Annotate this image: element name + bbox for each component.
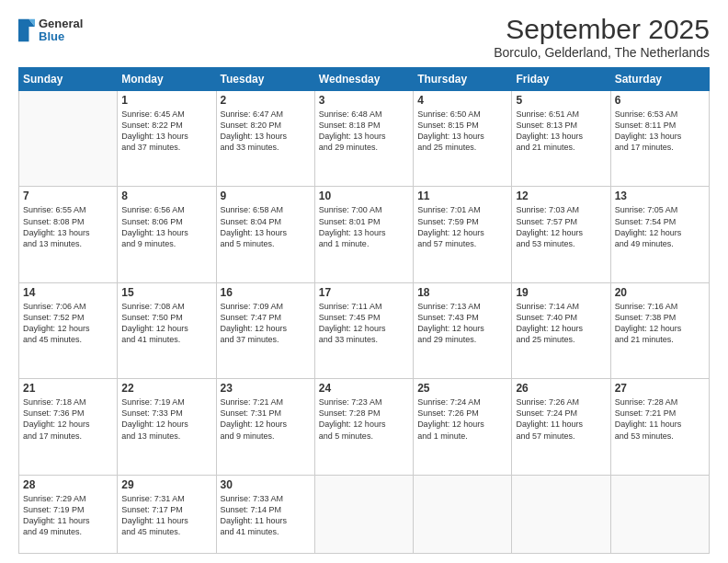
logo-icon — [18, 17, 35, 43]
page: General Blue September 2025 Borculo, Gel… — [0, 0, 728, 563]
cell-details: Sunrise: 7:05 AM Sunset: 7:54 PM Dayligh… — [615, 204, 705, 249]
day-number: 11 — [417, 190, 507, 202]
cell-details: Sunrise: 6:45 AM Sunset: 8:22 PM Dayligh… — [121, 109, 211, 154]
header: General Blue September 2025 Borculo, Gel… — [18, 14, 710, 60]
day-number: 4 — [417, 94, 507, 107]
calendar-cell: 25Sunrise: 7:24 AM Sunset: 7:26 PM Dayli… — [414, 379, 512, 475]
day-number: 28 — [23, 478, 113, 491]
cell-details: Sunrise: 7:33 AM Sunset: 7:14 PM Dayligh… — [221, 493, 311, 538]
col-header-wednesday: Wednesday — [314, 68, 413, 91]
cell-details: Sunrise: 7:18 AM Sunset: 7:36 PM Dayligh… — [23, 396, 113, 442]
cell-details: Sunrise: 6:51 AM Sunset: 8:13 PM Dayligh… — [516, 109, 606, 154]
day-number: 25 — [417, 382, 507, 395]
calendar-cell — [610, 475, 709, 553]
cell-details: Sunrise: 7:21 AM Sunset: 7:31 PM Dayligh… — [221, 396, 311, 442]
cell-details: Sunrise: 7:03 AM Sunset: 7:57 PM Dayligh… — [516, 204, 606, 249]
calendar-cell: 22Sunrise: 7:19 AM Sunset: 7:33 PM Dayli… — [118, 379, 216, 475]
calendar-cell: 17Sunrise: 7:11 AM Sunset: 7:45 PM Dayli… — [314, 282, 413, 378]
calendar-cell — [314, 475, 413, 553]
day-number: 6 — [615, 94, 705, 107]
day-number: 7 — [23, 190, 113, 202]
day-number: 2 — [221, 94, 311, 107]
cell-details: Sunrise: 7:14 AM Sunset: 7:40 PM Dayligh… — [516, 301, 606, 346]
day-number: 16 — [221, 286, 311, 299]
cell-details: Sunrise: 7:23 AM Sunset: 7:28 PM Dayligh… — [319, 396, 409, 442]
calendar-cell: 4Sunrise: 6:50 AM Sunset: 8:15 PM Daylig… — [414, 91, 512, 187]
cell-details: Sunrise: 6:47 AM Sunset: 8:20 PM Dayligh… — [221, 109, 311, 154]
calendar-cell: 5Sunrise: 6:51 AM Sunset: 8:13 PM Daylig… — [512, 91, 610, 187]
cell-details: Sunrise: 7:09 AM Sunset: 7:47 PM Dayligh… — [221, 301, 311, 346]
day-number: 5 — [516, 94, 606, 107]
cell-details: Sunrise: 7:26 AM Sunset: 7:24 PM Dayligh… — [516, 396, 606, 442]
day-number: 1 — [121, 94, 211, 107]
calendar-cell: 21Sunrise: 7:18 AM Sunset: 7:36 PM Dayli… — [19, 379, 118, 475]
cell-details: Sunrise: 7:31 AM Sunset: 7:17 PM Dayligh… — [121, 493, 211, 538]
col-header-sunday: Sunday — [19, 68, 118, 91]
week-row: 14Sunrise: 7:06 AM Sunset: 7:52 PM Dayli… — [19, 282, 710, 378]
day-number: 13 — [615, 190, 705, 202]
calendar-cell — [512, 475, 610, 553]
col-header-saturday: Saturday — [610, 68, 709, 91]
calendar-cell: 16Sunrise: 7:09 AM Sunset: 7:47 PM Dayli… — [216, 282, 314, 378]
cell-details: Sunrise: 7:08 AM Sunset: 7:50 PM Dayligh… — [121, 301, 211, 346]
col-header-tuesday: Tuesday — [216, 68, 314, 91]
col-header-friday: Friday — [512, 68, 610, 91]
day-number: 3 — [319, 94, 409, 107]
header-row: SundayMondayTuesdayWednesdayThursdayFrid… — [19, 68, 710, 91]
cell-details: Sunrise: 7:06 AM Sunset: 7:52 PM Dayligh… — [23, 301, 113, 346]
cell-details: Sunrise: 6:48 AM Sunset: 8:18 PM Dayligh… — [319, 109, 409, 154]
day-number: 19 — [516, 286, 606, 299]
calendar-cell: 20Sunrise: 7:16 AM Sunset: 7:38 PM Dayli… — [610, 282, 709, 378]
week-row: 28Sunrise: 7:29 AM Sunset: 7:19 PM Dayli… — [19, 475, 710, 553]
day-number: 14 — [23, 286, 113, 299]
week-row: 1Sunrise: 6:45 AM Sunset: 8:22 PM Daylig… — [19, 91, 710, 187]
day-number: 23 — [221, 382, 311, 395]
week-row: 21Sunrise: 7:18 AM Sunset: 7:36 PM Dayli… — [19, 379, 710, 475]
cell-details: Sunrise: 7:28 AM Sunset: 7:21 PM Dayligh… — [615, 396, 705, 442]
day-number: 24 — [319, 382, 409, 395]
logo-text: General Blue — [39, 17, 83, 44]
day-number: 20 — [615, 286, 705, 299]
cell-details: Sunrise: 6:50 AM Sunset: 8:15 PM Dayligh… — [417, 109, 507, 154]
calendar-cell: 2Sunrise: 6:47 AM Sunset: 8:20 PM Daylig… — [216, 91, 314, 187]
day-number: 17 — [319, 286, 409, 299]
cell-details: Sunrise: 7:01 AM Sunset: 7:59 PM Dayligh… — [417, 204, 507, 249]
cell-details: Sunrise: 6:56 AM Sunset: 8:06 PM Dayligh… — [121, 204, 211, 249]
day-number: 27 — [615, 382, 705, 395]
calendar-cell: 29Sunrise: 7:31 AM Sunset: 7:17 PM Dayli… — [118, 475, 216, 553]
calendar-cell: 14Sunrise: 7:06 AM Sunset: 7:52 PM Dayli… — [19, 282, 118, 378]
logo-blue: Blue — [39, 30, 83, 43]
cell-details: Sunrise: 7:24 AM Sunset: 7:26 PM Dayligh… — [417, 396, 507, 442]
cell-details: Sunrise: 6:53 AM Sunset: 8:11 PM Dayligh… — [615, 109, 705, 154]
col-header-thursday: Thursday — [414, 68, 512, 91]
day-number: 9 — [221, 190, 311, 202]
logo-general: General — [39, 17, 83, 30]
calendar-cell: 19Sunrise: 7:14 AM Sunset: 7:40 PM Dayli… — [512, 282, 610, 378]
calendar-table: SundayMondayTuesdayWednesdayThursdayFrid… — [18, 67, 710, 554]
calendar-cell: 9Sunrise: 6:58 AM Sunset: 8:04 PM Daylig… — [216, 187, 314, 282]
cell-details: Sunrise: 7:29 AM Sunset: 7:19 PM Dayligh… — [23, 493, 113, 538]
week-row: 7Sunrise: 6:55 AM Sunset: 8:08 PM Daylig… — [19, 187, 710, 282]
calendar-cell: 1Sunrise: 6:45 AM Sunset: 8:22 PM Daylig… — [118, 91, 216, 187]
calendar-title: September 2025 — [494, 14, 710, 45]
col-header-monday: Monday — [118, 68, 216, 91]
logo: General Blue — [18, 17, 83, 44]
day-number: 12 — [516, 190, 606, 202]
day-number: 30 — [221, 478, 311, 491]
day-number: 22 — [121, 382, 211, 395]
cell-details: Sunrise: 7:16 AM Sunset: 7:38 PM Dayligh… — [615, 301, 705, 346]
day-number: 29 — [121, 478, 211, 491]
day-number: 26 — [516, 382, 606, 395]
calendar-cell — [414, 475, 512, 553]
calendar-cell: 30Sunrise: 7:33 AM Sunset: 7:14 PM Dayli… — [216, 475, 314, 553]
calendar-cell: 10Sunrise: 7:00 AM Sunset: 8:01 PM Dayli… — [314, 187, 413, 282]
calendar-cell: 28Sunrise: 7:29 AM Sunset: 7:19 PM Dayli… — [19, 475, 118, 553]
title-block: September 2025 Borculo, Gelderland, The … — [494, 14, 710, 60]
day-number: 10 — [319, 190, 409, 202]
calendar-cell: 24Sunrise: 7:23 AM Sunset: 7:28 PM Dayli… — [314, 379, 413, 475]
calendar-cell — [19, 91, 118, 187]
day-number: 21 — [23, 382, 113, 395]
cell-details: Sunrise: 6:55 AM Sunset: 8:08 PM Dayligh… — [23, 204, 113, 249]
cell-details: Sunrise: 7:00 AM Sunset: 8:01 PM Dayligh… — [319, 204, 409, 249]
calendar-subtitle: Borculo, Gelderland, The Netherlands — [494, 45, 710, 60]
